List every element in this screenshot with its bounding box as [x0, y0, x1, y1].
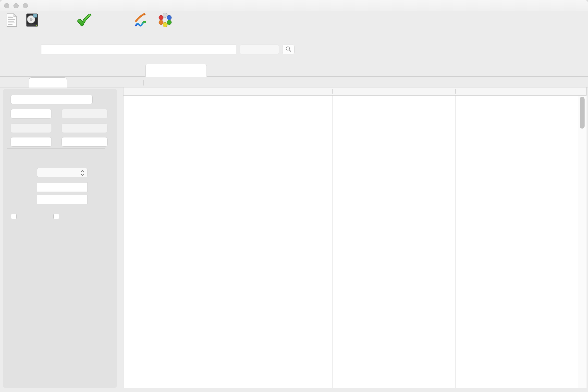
column-divider [456, 96, 456, 388]
model-file-input[interactable] [41, 44, 236, 54]
tab-beta-sheets[interactable] [29, 78, 67, 88]
secondary-tab-bar [0, 77, 588, 88]
document-icon [6, 13, 18, 27]
add-strand-button [10, 124, 52, 133]
vertical-scrollbar-track[interactable] [578, 96, 586, 388]
slack-input[interactable] [37, 195, 88, 204]
header-divider [332, 89, 333, 94]
dropdown-stepper-icon [80, 170, 85, 176]
sheet-controls-panel [3, 89, 117, 388]
expand-all-button[interactable] [10, 137, 52, 146]
model-molecule-icon [158, 13, 172, 27]
column-divider [283, 96, 283, 388]
tab-separator [143, 80, 144, 86]
tab-separator [86, 66, 86, 74]
sense-dropdown[interactable] [37, 168, 88, 178]
sigma-input[interactable] [37, 182, 88, 192]
add-sheet-button[interactable] [10, 109, 52, 118]
close-button[interactable] [4, 3, 9, 8]
panel-divider [7, 148, 105, 149]
header-divider [283, 89, 283, 94]
collapse-all-button[interactable] [62, 137, 108, 146]
table-header [124, 88, 586, 96]
column-divider [160, 96, 160, 388]
delete-strand-button [62, 124, 108, 133]
title-bar [0, 0, 588, 11]
tab-separator [100, 80, 100, 86]
hard-drive-icon [25, 13, 39, 27]
delete-sheet-button [62, 109, 108, 118]
beta-sheets-table [123, 87, 586, 388]
model-button[interactable] [156, 13, 174, 28]
window-bottom-edge [0, 388, 588, 392]
zoom-button[interactable] [23, 3, 28, 8]
minimize-button[interactable] [14, 3, 18, 8]
search-button[interactable] [282, 44, 294, 54]
find-secondary-structures-button[interactable] [10, 95, 92, 104]
search-icon [285, 46, 292, 53]
header-divider [577, 89, 577, 94]
top-out-checkbox[interactable] [54, 214, 59, 219]
primary-tab-bar [0, 63, 588, 77]
load-button[interactable] [4, 13, 20, 28]
validate-syntax-button[interactable] [70, 13, 98, 28]
header-divider [160, 89, 160, 94]
sequence-button[interactable] [130, 13, 150, 28]
tab-secondary-structure[interactable] [145, 64, 207, 77]
selection-editor-window [0, 0, 588, 392]
enabled-checkbox[interactable] [11, 214, 17, 219]
checkmark-icon [76, 13, 92, 27]
browse-button[interactable] [240, 44, 279, 54]
vertical-scrollbar-thumb[interactable] [580, 97, 584, 128]
column-divider [577, 96, 577, 388]
column-divider [332, 96, 333, 388]
header-divider [456, 89, 456, 94]
sequence-ribbon-icon [133, 13, 147, 27]
export-button[interactable] [24, 13, 41, 28]
